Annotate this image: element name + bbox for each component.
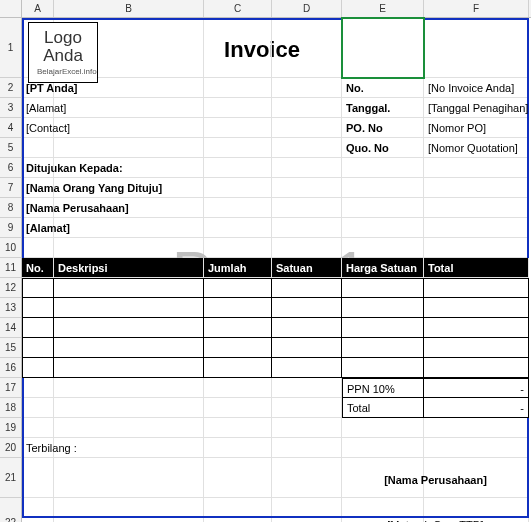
table-cell-r14c5 xyxy=(424,318,529,338)
cell-D18[interactable] xyxy=(272,398,342,418)
row-header-8[interactable]: 8 xyxy=(0,198,22,218)
cell-F19[interactable] xyxy=(424,418,529,438)
row-header-19[interactable]: 19 xyxy=(0,418,22,438)
cell-E19[interactable] xyxy=(342,418,424,438)
cell-C5[interactable] xyxy=(204,138,272,158)
cell-C21[interactable] xyxy=(204,458,272,498)
row-header-1[interactable]: 1 xyxy=(0,18,22,78)
grid-area[interactable]: LogoAnda BelajarExcel.info Invoice Page … xyxy=(22,18,531,522)
row-header-6[interactable]: 6 xyxy=(0,158,22,178)
cell-C17[interactable] xyxy=(204,378,272,398)
cell-D4[interactable] xyxy=(272,118,342,138)
cell-C10[interactable] xyxy=(204,238,272,258)
cell-A10[interactable] xyxy=(22,238,54,258)
cell-B19[interactable] xyxy=(54,418,204,438)
selected-cell[interactable] xyxy=(342,18,424,78)
cell-E10[interactable] xyxy=(342,238,424,258)
cell-A19[interactable] xyxy=(22,418,54,438)
row-header-15[interactable]: 15 xyxy=(0,338,22,358)
meta-value-quo: [Nomor Quotation] xyxy=(424,138,529,158)
cell-F1[interactable] xyxy=(424,18,529,78)
table-cell-r15c3 xyxy=(272,338,342,358)
cell-D2[interactable] xyxy=(272,78,342,98)
row-header-17[interactable]: 17 xyxy=(0,378,22,398)
cell-F7[interactable] xyxy=(424,178,529,198)
row-header-4[interactable]: 4 xyxy=(0,118,22,138)
row-header-18[interactable]: 18 xyxy=(0,398,22,418)
cell-D9[interactable] xyxy=(272,218,342,238)
cell-D20[interactable] xyxy=(272,438,342,458)
cell-D8[interactable] xyxy=(272,198,342,218)
cell-D6[interactable] xyxy=(272,158,342,178)
cell-B17[interactable] xyxy=(54,378,204,398)
cell-A17[interactable] xyxy=(22,378,54,398)
select-all-corner[interactable] xyxy=(0,0,22,18)
cell-B22[interactable] xyxy=(54,498,204,522)
cell-E6[interactable] xyxy=(342,158,424,178)
cell-C19[interactable] xyxy=(204,418,272,438)
cell-D1[interactable] xyxy=(272,18,342,78)
sender-company: [PT Anda] xyxy=(22,78,222,98)
cell-E7[interactable] xyxy=(342,178,424,198)
row-header-22[interactable]: 22 xyxy=(0,498,22,522)
cell-F8[interactable] xyxy=(424,198,529,218)
spreadsheet[interactable]: ABCDEF 123456789101112131415161718192021… xyxy=(0,0,531,522)
cell-D22[interactable] xyxy=(272,498,342,522)
row-header-5[interactable]: 5 xyxy=(0,138,22,158)
cell-D19[interactable] xyxy=(272,418,342,438)
row-header-13[interactable]: 13 xyxy=(0,298,22,318)
cell-A22[interactable] xyxy=(22,498,54,522)
sign-company: [Nama Perusahaan] xyxy=(342,458,529,498)
th-desc: Deskripsi xyxy=(54,258,204,278)
row-header-11[interactable]: 11 xyxy=(0,258,22,278)
table-cell-r16c0 xyxy=(22,358,54,378)
table-cell-r16c5 xyxy=(424,358,529,378)
cell-B21[interactable] xyxy=(54,458,204,498)
cell-E20[interactable] xyxy=(342,438,424,458)
cell-E8[interactable] xyxy=(342,198,424,218)
cell-C18[interactable] xyxy=(204,398,272,418)
cell-F10[interactable] xyxy=(424,238,529,258)
row-header-9[interactable]: 9 xyxy=(0,218,22,238)
meta-label-no: No. xyxy=(342,78,424,98)
cell-C22[interactable] xyxy=(204,498,272,522)
cell-F6[interactable] xyxy=(424,158,529,178)
cell-C1[interactable] xyxy=(204,18,272,78)
column-header-D[interactable]: D xyxy=(272,0,342,17)
cell-D10[interactable] xyxy=(272,238,342,258)
row-header-7[interactable]: 7 xyxy=(0,178,22,198)
cell-D17[interactable] xyxy=(272,378,342,398)
row-header-2[interactable]: 2 xyxy=(0,78,22,98)
cell-A5[interactable] xyxy=(22,138,54,158)
cell-D21[interactable] xyxy=(272,458,342,498)
row-header-16[interactable]: 16 xyxy=(0,358,22,378)
row-header-10[interactable]: 10 xyxy=(0,238,22,258)
cell-F20[interactable] xyxy=(424,438,529,458)
cell-A18[interactable] xyxy=(22,398,54,418)
cell-D3[interactable] xyxy=(272,98,342,118)
column-header-A[interactable]: A xyxy=(22,0,54,17)
row-header-21[interactable]: 21 xyxy=(0,458,22,498)
cell-D5[interactable] xyxy=(272,138,342,158)
cell-B5[interactable] xyxy=(54,138,204,158)
cell-B10[interactable] xyxy=(54,238,204,258)
cell-B18[interactable] xyxy=(54,398,204,418)
row-header-14[interactable]: 14 xyxy=(0,318,22,338)
row-header-12[interactable]: 12 xyxy=(0,278,22,298)
column-header-E[interactable]: E xyxy=(342,0,424,17)
row-header-20[interactable]: 20 xyxy=(0,438,22,458)
sender-contact: [Contact] xyxy=(22,118,222,138)
cell-F9[interactable] xyxy=(424,218,529,238)
column-header-F[interactable]: F xyxy=(424,0,529,17)
cell-D7[interactable] xyxy=(272,178,342,198)
column-header-C[interactable]: C xyxy=(204,0,272,17)
meta-label-tanggal: Tanggal. xyxy=(342,98,424,118)
sign-stamp: [Materai, Cap, TTD] xyxy=(342,498,529,522)
table-cell-r15c4 xyxy=(342,338,424,358)
cell-E9[interactable] xyxy=(342,218,424,238)
meta-value-no: [No Invoice Anda] xyxy=(424,78,529,98)
logo-subtext: BelajarExcel.info xyxy=(37,67,89,76)
row-header-3[interactable]: 3 xyxy=(0,98,22,118)
cell-A21[interactable] xyxy=(22,458,54,498)
column-header-B[interactable]: B xyxy=(54,0,204,17)
